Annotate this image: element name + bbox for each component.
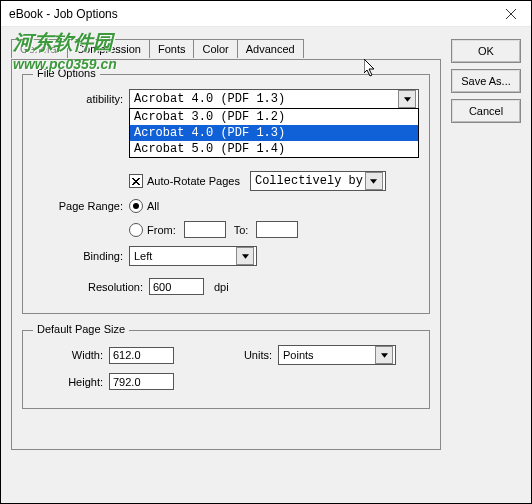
auto-rotate-label: Auto-Rotate Pages bbox=[147, 175, 240, 187]
window-title: eBook - Job Options bbox=[9, 7, 118, 21]
compatibility-select[interactable]: Acrobat 4.0 (PDF 1.3) Acrobat 3.0 (PDF 1… bbox=[129, 89, 419, 109]
close-icon bbox=[506, 9, 516, 19]
chevron-down-icon bbox=[398, 90, 416, 108]
compatibility-selected: Acrobat 4.0 (PDF 1.3) bbox=[134, 92, 285, 106]
clipped-row: Embed Thumbnails bbox=[129, 159, 419, 171]
width-label: Width: bbox=[33, 349, 109, 361]
cancel-button[interactable]: Cancel bbox=[451, 99, 521, 123]
compatibility-dropdown: Acrobat 3.0 (PDF 1.2) Acrobat 4.0 (PDF 1… bbox=[129, 108, 419, 158]
compat-option[interactable]: Acrobat 5.0 (PDF 1.4) bbox=[130, 141, 418, 157]
tab-advanced[interactable]: Advanced bbox=[238, 40, 303, 58]
page-range-label: Page Range: bbox=[33, 200, 129, 212]
range-to-label: To: bbox=[234, 224, 249, 236]
tab-color[interactable]: Color bbox=[194, 40, 237, 58]
titlebar: eBook - Job Options bbox=[1, 1, 531, 27]
page-size-group: Default Page Size Width: Units: Points H… bbox=[22, 330, 430, 409]
sidebar: OK Save As... Cancel bbox=[451, 39, 521, 123]
chevron-down-icon bbox=[375, 346, 393, 364]
range-all-label: All bbox=[147, 200, 159, 212]
tab-body: File Options atibility: Acrobat 4.0 (PDF… bbox=[11, 60, 441, 450]
close-button[interactable] bbox=[491, 1, 531, 26]
auto-rotate-mode-select[interactable]: Collectively by bbox=[250, 171, 386, 191]
resolution-input[interactable] bbox=[149, 278, 204, 295]
units-select[interactable]: Points bbox=[278, 345, 396, 365]
chevron-down-icon bbox=[365, 172, 383, 190]
chevron-down-icon bbox=[236, 247, 254, 265]
height-label: Height: bbox=[33, 376, 109, 388]
tab-general[interactable]: General bbox=[12, 40, 68, 58]
compat-option[interactable]: Acrobat 4.0 (PDF 1.3) bbox=[130, 125, 418, 141]
binding-value: Left bbox=[134, 250, 152, 262]
resolution-unit: dpi bbox=[214, 281, 229, 293]
units-label: Units: bbox=[224, 349, 278, 361]
range-all-radio[interactable] bbox=[129, 199, 143, 213]
resolution-label: Resolution: bbox=[33, 281, 149, 293]
tab-compression[interactable]: Compression bbox=[68, 40, 150, 58]
auto-rotate-mode-value: Collectively by bbox=[255, 174, 363, 188]
tab-fonts[interactable]: Fonts bbox=[150, 40, 195, 58]
auto-rotate-checkbox[interactable] bbox=[129, 174, 143, 188]
file-options-group: File Options atibility: Acrobat 4.0 (PDF… bbox=[22, 74, 430, 314]
range-to-input[interactable] bbox=[256, 221, 298, 238]
range-from-input[interactable] bbox=[184, 221, 226, 238]
binding-label: Binding: bbox=[33, 250, 129, 262]
ok-button[interactable]: OK bbox=[451, 39, 521, 63]
window: eBook - Job Options 河东软件园 www.pc0359.cn … bbox=[0, 0, 532, 504]
save-as-button[interactable]: Save As... bbox=[451, 69, 521, 93]
page-size-legend: Default Page Size bbox=[33, 323, 129, 335]
height-input[interactable] bbox=[109, 373, 174, 390]
units-value: Points bbox=[283, 349, 314, 361]
range-from-radio[interactable] bbox=[129, 223, 143, 237]
file-options-legend: File Options bbox=[33, 67, 100, 79]
width-input[interactable] bbox=[109, 347, 174, 364]
compatibility-label: atibility: bbox=[33, 93, 129, 105]
tab-strip: General Compression Fonts Color Advanced bbox=[11, 39, 441, 60]
binding-select[interactable]: Left bbox=[129, 246, 257, 266]
range-from-label: From: bbox=[147, 224, 176, 236]
compat-option[interactable]: Acrobat 3.0 (PDF 1.2) bbox=[130, 109, 418, 125]
